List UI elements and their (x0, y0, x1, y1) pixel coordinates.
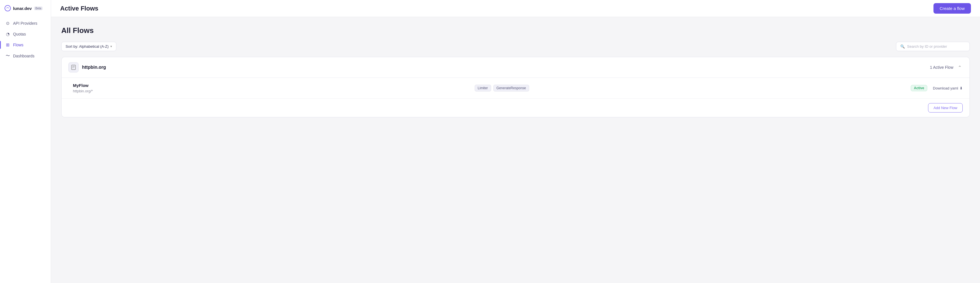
flows-icon: ⊞ (5, 42, 10, 48)
provider-left: httpbin.org (68, 62, 106, 72)
sidebar-item-dashboards[interactable]: 〜 Dashboards (2, 51, 49, 61)
flow-tags: Limiter GenerateResponse (475, 85, 529, 91)
flow-path: httpbin.org/* (73, 89, 93, 93)
toolbar: Sort by: Alphabetical (A-Z) ▾ 🔍 (61, 42, 970, 51)
provider-card: httpbin.org 1 Active Flow ⌃ MyFlow httpb… (61, 57, 970, 117)
flow-name: MyFlow (73, 83, 93, 88)
download-label: Download yaml (933, 86, 958, 90)
flow-tag-limiter: Limiter (475, 85, 491, 91)
logo-icon (5, 5, 11, 11)
dashboards-icon: 〜 (5, 53, 10, 59)
active-flow-count: 1 Active Flow (930, 65, 953, 70)
beta-badge: Beta (34, 6, 43, 10)
flow-row: MyFlow httpbin.org/* Limiter GenerateRes… (62, 78, 969, 99)
create-flow-button[interactable]: Create a flow (934, 3, 971, 14)
flow-tag-generateresponse: GenerateResponse (493, 85, 529, 91)
httpbin-icon (71, 64, 76, 70)
flow-left: MyFlow httpbin.org/* (73, 83, 93, 93)
download-yaml-link[interactable]: Download yaml ⬇ (933, 86, 963, 90)
sidebar-nav: ⊙ API Providers ◔ Quotas ⊞ Flows 〜 Dashb… (0, 17, 51, 62)
search-icon: 🔍 (900, 44, 905, 49)
sidebar-item-label-quotas: Quotas (13, 32, 26, 36)
search-box: 🔍 (896, 42, 970, 51)
download-icon: ⬇ (959, 86, 963, 90)
logo-text: lunar.dev (13, 6, 32, 11)
section-title: All Flows (61, 26, 970, 35)
api-providers-icon: ⊙ (5, 21, 10, 26)
svg-rect-1 (72, 65, 75, 70)
provider-name: httpbin.org (82, 65, 106, 70)
flow-right: Active Download yaml ⬇ (911, 85, 963, 91)
provider-icon (68, 62, 79, 72)
sort-dropdown[interactable]: Sort by: Alphabetical (A-Z) ▾ (61, 42, 116, 51)
provider-header: httpbin.org 1 Active Flow ⌃ (62, 57, 969, 78)
sidebar-item-label-flows: Flows (13, 43, 24, 47)
sort-label: Sort by: Alphabetical (A-Z) (65, 44, 109, 49)
sidebar: lunar.dev Beta ⊙ API Providers ◔ Quotas … (0, 0, 51, 283)
sidebar-item-flows[interactable]: ⊞ Flows (2, 40, 49, 50)
page-header: Active Flows Create a flow (51, 0, 980, 17)
collapse-button[interactable]: ⌃ (957, 64, 963, 71)
search-input[interactable] (907, 44, 966, 49)
provider-right: 1 Active Flow ⌃ (930, 64, 963, 71)
sidebar-item-quotas[interactable]: ◔ Quotas (2, 29, 49, 39)
quotas-icon: ◔ (5, 32, 10, 37)
logo-area: lunar.dev Beta (0, 0, 51, 17)
sidebar-item-api-providers[interactable]: ⊙ API Providers (2, 18, 49, 29)
page-title: Active Flows (60, 5, 98, 12)
content-area: All Flows Sort by: Alphabetical (A-Z) ▾ … (51, 17, 980, 283)
main-area: Active Flows Create a flow All Flows Sor… (51, 0, 980, 283)
add-flow-row: Add New Flow (62, 99, 969, 117)
svg-point-0 (5, 5, 11, 11)
sidebar-item-label-dashboards: Dashboards (13, 54, 35, 58)
add-new-flow-button[interactable]: Add New Flow (928, 103, 963, 112)
status-badge: Active (911, 85, 927, 91)
sidebar-item-label-api-providers: API Providers (13, 21, 37, 26)
chevron-down-icon: ▾ (110, 45, 112, 48)
